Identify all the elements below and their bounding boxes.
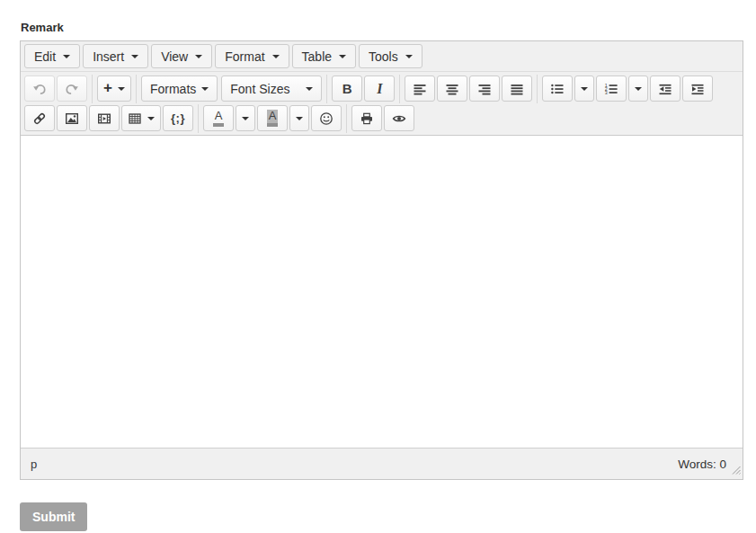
italic-icon: I — [377, 81, 382, 97]
bold-icon: B — [342, 81, 352, 96]
chevron-down-icon — [201, 87, 209, 91]
chevron-down-icon — [195, 55, 202, 58]
toolbar-row-1: + Formats Font Sizes B — [21, 72, 743, 103]
code-sample-icon: {;} — [171, 111, 185, 125]
preview-eye-icon — [392, 111, 406, 126]
toolbar-separator — [346, 104, 347, 133]
media-icon — [97, 111, 111, 126]
word-count: Words: 0 — [678, 457, 726, 471]
chevron-down-icon — [147, 117, 155, 120]
page: Remark Edit Insert View Format Table — [0, 0, 756, 531]
align-center-button[interactable] — [437, 76, 467, 102]
bullet-list-caret-button[interactable] — [574, 76, 594, 102]
numbered-list-caret-button[interactable] — [628, 76, 648, 102]
chevron-down-icon — [63, 55, 70, 58]
toolbar-separator — [399, 75, 400, 103]
toolbar-row-2: {;} A A — [21, 103, 743, 135]
chevron-down-icon — [306, 87, 313, 91]
rich-text-editor: Edit Insert View Format Table Tools — [20, 40, 743, 480]
bullet-list-button[interactable] — [542, 76, 573, 102]
indent-icon — [690, 82, 705, 96]
numbered-list-icon: 123 — [604, 82, 618, 96]
background-color-caret-button[interactable] — [289, 105, 309, 131]
image-icon — [65, 111, 79, 126]
redo-icon — [65, 82, 79, 96]
font-sizes-dropdown[interactable]: Font Sizes — [221, 76, 322, 102]
align-left-icon — [413, 82, 427, 96]
numbered-list-button[interactable]: 123 — [596, 76, 627, 102]
outdent-button[interactable] — [650, 76, 680, 102]
svg-text:3: 3 — [605, 90, 608, 95]
toolbar-separator — [326, 75, 327, 103]
text-color-caret-button[interactable] — [236, 105, 255, 131]
image-button[interactable] — [57, 105, 87, 131]
menu-tools[interactable]: Tools — [359, 44, 422, 68]
formats-label: Formats — [150, 82, 196, 96]
chevron-down-icon — [272, 55, 280, 58]
menu-format-label: Format — [225, 49, 264, 64]
table-icon — [128, 111, 142, 126]
chevron-down-icon — [296, 117, 303, 120]
chevron-down-icon — [339, 55, 346, 58]
text-color-button[interactable]: A — [203, 105, 234, 131]
chevron-down-icon — [405, 55, 413, 58]
formats-dropdown[interactable]: Formats — [141, 76, 218, 102]
align-right-button[interactable] — [469, 76, 500, 102]
text-color-icon: A — [213, 110, 225, 127]
editor-statusbar: p Words: 0 — [21, 448, 743, 479]
menu-view-label: View — [161, 49, 188, 64]
toolbar-separator — [198, 104, 199, 133]
resize-handle[interactable] — [731, 462, 741, 478]
toolbar-separator — [537, 75, 538, 103]
link-icon — [32, 111, 47, 126]
undo-button[interactable] — [24, 76, 55, 102]
outdent-icon — [658, 82, 672, 96]
align-right-icon — [477, 82, 492, 96]
resize-grip-icon — [731, 465, 741, 475]
editor-content-area[interactable] — [21, 135, 743, 448]
preview-button[interactable] — [384, 105, 414, 131]
table-split-button[interactable] — [121, 105, 161, 131]
justify-icon — [510, 82, 524, 96]
element-path[interactable]: p — [31, 457, 37, 471]
indent-button[interactable] — [682, 76, 713, 102]
font-sizes-label: Font Sizes — [230, 82, 289, 96]
emoticon-icon — [319, 111, 334, 126]
bold-button[interactable]: B — [332, 76, 362, 102]
menu-insert[interactable]: Insert — [83, 44, 148, 68]
toolbar-separator — [136, 75, 137, 103]
submit-button[interactable]: Submit — [20, 502, 87, 531]
background-color-button[interactable]: A — [257, 105, 288, 131]
editor-menubar: Edit Insert View Format Table Tools — [21, 41, 743, 72]
menu-view[interactable]: View — [151, 44, 212, 68]
insert-plus-split-button[interactable]: + — [97, 76, 131, 102]
align-center-icon — [445, 82, 459, 96]
menu-edit[interactable]: Edit — [24, 44, 80, 68]
toolbar-separator — [92, 75, 93, 103]
italic-button[interactable]: I — [364, 76, 395, 102]
chevron-down-icon — [635, 87, 642, 91]
menu-edit-label: Edit — [34, 49, 56, 64]
redo-button[interactable] — [57, 76, 87, 102]
print-icon — [360, 111, 374, 126]
menu-table[interactable]: Table — [292, 44, 356, 68]
print-button[interactable] — [351, 105, 382, 131]
bullet-list-icon — [550, 82, 565, 96]
align-left-button[interactable] — [405, 76, 435, 102]
code-sample-button[interactable]: {;} — [163, 105, 193, 131]
menu-table-label: Table — [302, 49, 332, 64]
chevron-down-icon — [118, 87, 125, 91]
emoticons-button[interactable] — [311, 105, 342, 131]
menu-insert-label: Insert — [93, 49, 124, 64]
plus-icon: + — [103, 80, 112, 95]
justify-button[interactable] — [502, 76, 532, 102]
menu-tools-label: Tools — [369, 49, 398, 64]
chevron-down-icon — [581, 87, 588, 91]
menu-format[interactable]: Format — [215, 44, 289, 68]
media-button[interactable] — [89, 105, 120, 131]
field-label: Remark — [21, 21, 756, 34]
background-color-icon: A — [267, 110, 279, 127]
undo-icon — [32, 82, 47, 96]
chevron-down-icon — [242, 117, 249, 120]
link-button[interactable] — [24, 105, 55, 131]
